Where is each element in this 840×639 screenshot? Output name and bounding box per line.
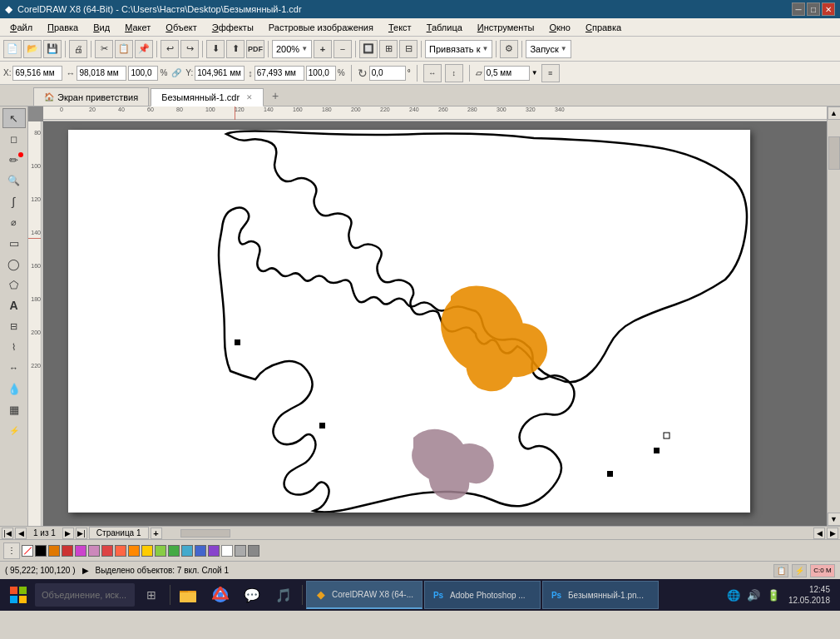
battery-tray-icon[interactable]: 🔋 (765, 587, 782, 603)
document-page[interactable] (68, 130, 750, 513)
menu-object[interactable]: Объект (159, 21, 203, 34)
tab-document[interactable]: Безымянный-1.cdr ✕ (151, 88, 264, 106)
copy-button[interactable]: 📋 (115, 40, 133, 58)
select-tool[interactable]: ↖ (2, 108, 26, 128)
text-tool[interactable]: A (2, 295, 26, 315)
menu-effects[interactable]: Эффекты (205, 21, 260, 34)
guide-btn[interactable]: ⊟ (399, 40, 418, 58)
page-last-button[interactable]: ▶| (76, 528, 87, 539)
color-green[interactable] (168, 545, 180, 557)
no-fill-swatch[interactable] (22, 545, 33, 557)
open-button[interactable]: 📂 (23, 40, 42, 58)
print-button[interactable]: 🖨 (69, 40, 87, 58)
zoom-tool[interactable]: 🔍 (2, 171, 26, 191)
add-page-button[interactable]: + (151, 528, 162, 539)
maximize-button[interactable]: □ (807, 2, 820, 16)
taskbar-photoshop-app[interactable]: Ps Adobe Photoshop ... (424, 581, 541, 609)
chrome-icon[interactable] (205, 580, 235, 610)
color-crimson[interactable] (101, 545, 113, 557)
scroll-track-vertical[interactable] (828, 120, 841, 513)
taskbar-photoshop2-app[interactable]: Ps Безымянный-1.pn... (542, 581, 659, 609)
polygon-tool[interactable]: ⬠ (2, 275, 26, 295)
interactive-tool[interactable]: ⚡ (2, 420, 26, 440)
snap-to-dropdown[interactable]: Привязать к ▼ (425, 40, 492, 58)
color-orange[interactable] (48, 545, 60, 557)
scroll-up-button[interactable]: ▲ (828, 106, 841, 120)
menu-window[interactable]: Окно (542, 21, 577, 34)
eyedropper-tool[interactable]: 💧 (2, 379, 26, 399)
curve-tool[interactable]: ∫ (2, 191, 26, 211)
tab-close-icon[interactable]: ✕ (246, 93, 253, 102)
menu-table[interactable]: Таблица (420, 21, 469, 34)
export-button[interactable]: ⬆ (226, 40, 245, 58)
new-tab-button[interactable]: + (269, 89, 282, 102)
file-explorer-icon[interactable] (174, 580, 204, 610)
redo-button[interactable]: ↪ (180, 40, 199, 58)
y-input[interactable] (195, 66, 245, 81)
task-view-icon[interactable]: ⊞ (136, 580, 166, 610)
status-expand-button[interactable]: ▶ (82, 566, 89, 575)
rectangle-tool[interactable]: ▭ (2, 233, 26, 253)
scroll-left-button[interactable]: ◀ (813, 528, 825, 539)
mirror-h-button[interactable]: ↔ (423, 64, 442, 82)
color-red[interactable] (62, 545, 73, 557)
menu-text[interactable]: Текст (382, 21, 418, 34)
x-input[interactable] (12, 66, 62, 81)
scroll-right-button[interactable]: ▶ (827, 528, 838, 539)
taskbar-search-input[interactable] (35, 583, 135, 607)
lock-proportions-button[interactable]: 🔗 (170, 67, 182, 79)
color-lime[interactable] (155, 545, 166, 557)
menu-bitmaps[interactable]: Растровые изображения (262, 21, 380, 34)
connector-tool[interactable]: ⌇ (2, 337, 26, 357)
scroll-down-button[interactable]: ▼ (828, 513, 841, 526)
right-scrollbar[interactable]: ▲ ▼ (827, 106, 840, 526)
measure-tool[interactable]: ↔ (2, 358, 26, 378)
undo-button[interactable]: ↩ (161, 40, 179, 58)
w-input[interactable] (77, 66, 126, 81)
menu-layout[interactable]: Макет (118, 21, 157, 34)
table-tool[interactable]: ⊟ (2, 316, 26, 336)
palette-menu-button[interactable]: ⋮ (3, 542, 20, 559)
itunes-icon[interactable]: 🎵 (269, 580, 299, 610)
launch-dropdown[interactable]: Запуск ▼ (526, 40, 571, 58)
h-input[interactable] (254, 66, 304, 81)
minimize-button[interactable]: ─ (792, 2, 805, 16)
menu-tools[interactable]: Инструменты (471, 21, 541, 34)
new-button[interactable]: 📄 (3, 40, 22, 58)
snap-icon[interactable]: ⚡ (792, 564, 807, 577)
color-purple[interactable] (75, 545, 86, 557)
close-button[interactable]: ✕ (822, 2, 835, 16)
color-gray[interactable] (235, 545, 246, 557)
stroke-arr[interactable]: ▼ (531, 69, 538, 77)
color-coral[interactable] (115, 545, 126, 557)
color-darkgray[interactable] (248, 545, 259, 557)
color-black[interactable] (35, 545, 47, 557)
whatsapp-icon[interactable]: 💬 (237, 580, 267, 610)
grid-btn[interactable]: ⊞ (379, 40, 398, 58)
color-cyan[interactable] (181, 545, 193, 557)
stroke-settings-button[interactable]: ≡ (541, 64, 560, 82)
zoom-dropdown[interactable]: 200% ▼ (272, 40, 312, 58)
cut-button[interactable]: ✂ (95, 40, 113, 58)
scroll-thumb-vertical[interactable] (828, 136, 840, 170)
window-controls[interactable]: ─ □ ✕ (792, 2, 835, 16)
canvas-content[interactable] (43, 121, 827, 526)
angle-input[interactable] (369, 66, 406, 81)
paste-button[interactable]: 📌 (135, 40, 153, 58)
scroll-thumb-horizontal[interactable] (180, 529, 230, 537)
network-tray-icon[interactable]: 🌐 (725, 587, 742, 603)
menu-help[interactable]: Справка (579, 21, 628, 34)
w-pct-input[interactable] (128, 66, 158, 81)
color-violet[interactable] (208, 545, 220, 557)
volume-tray-icon[interactable]: 🔊 (745, 587, 762, 603)
shape-tool[interactable]: ◻ (2, 129, 26, 149)
canvas-area[interactable]: 0 20 40 60 80 100 120 140 160 180 200 22… (28, 106, 827, 526)
h-pct-input[interactable] (306, 66, 336, 81)
save-button[interactable]: 💾 (43, 40, 62, 58)
smart-tool[interactable]: ⌀ (2, 212, 26, 232)
zoom-in-button[interactable]: + (314, 40, 332, 58)
color-pink[interactable] (88, 545, 100, 557)
options-button[interactable]: ⚙ (500, 40, 518, 58)
menu-file[interactable]: Файл (3, 21, 39, 34)
freehand-tool[interactable]: ✏ (2, 150, 26, 170)
